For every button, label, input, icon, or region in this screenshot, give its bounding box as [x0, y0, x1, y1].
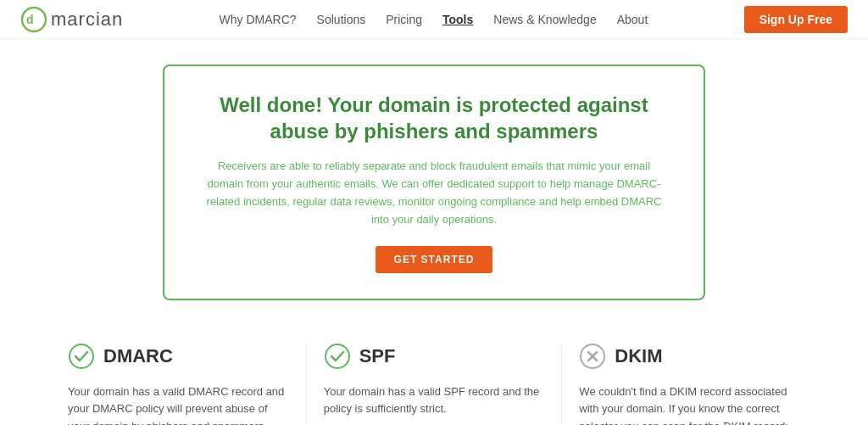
dmarc-title: DMARC — [103, 345, 173, 367]
dkim-header: DKIM — [579, 343, 800, 370]
dkim-column: DKIM We couldn't find a DKIM record asso… — [562, 343, 817, 425]
dmarc-column: DMARC Your domain has a valid DMARC reco… — [51, 343, 307, 425]
logo: d marcian — [20, 6, 123, 33]
logo-icon: d — [20, 6, 47, 33]
svg-text:d: d — [26, 13, 34, 26]
header: d marcian Why DMARC? Solutions Pricing T… — [0, 0, 868, 39]
nav-item-about[interactable]: About — [617, 13, 648, 26]
dmarc-body: Your domain has a valid DMARC record and… — [68, 383, 289, 425]
nav-item-pricing[interactable]: Pricing — [386, 13, 422, 26]
spf-body: Your domain has a valid SPF record and t… — [324, 383, 545, 419]
results-columns: DMARC Your domain has a valid DMARC reco… — [0, 317, 868, 425]
nav-item-why-dmarc[interactable]: Why DMARC? — [220, 13, 297, 26]
svg-point-2 — [70, 344, 93, 368]
dkim-x-icon — [579, 343, 606, 370]
hero-description: Receivers are able to reliably separate … — [198, 158, 670, 228]
spf-header: SPF — [324, 343, 545, 370]
hero-section: Well done! Your domain is protected agai… — [0, 39, 868, 317]
spf-title: SPF — [359, 345, 396, 367]
hero-title: Well done! Your domain is protected agai… — [198, 92, 670, 144]
nav-item-solutions[interactable]: Solutions — [317, 13, 366, 26]
dmarc-header: DMARC — [68, 343, 289, 370]
svg-point-3 — [326, 344, 349, 368]
main-nav: Why DMARC? Solutions Pricing Tools News … — [220, 13, 648, 26]
dkim-body: We couldn't find a DKIM record associate… — [579, 383, 800, 425]
signup-button[interactable]: Sign Up Free — [744, 6, 848, 33]
hero-box: Well done! Your domain is protected agai… — [163, 64, 705, 300]
get-started-button[interactable]: GET STARTED — [376, 246, 493, 273]
spf-check-icon — [324, 343, 351, 370]
dkim-title: DKIM — [615, 345, 662, 367]
nav-item-knowledge[interactable]: News & Knowledge — [493, 13, 596, 26]
dmarc-check-icon — [68, 343, 95, 370]
spf-column: SPF Your domain has a valid SPF record a… — [307, 343, 563, 425]
logo-brand-text: marcian — [51, 8, 123, 31]
nav-item-tools[interactable]: Tools — [442, 13, 473, 26]
